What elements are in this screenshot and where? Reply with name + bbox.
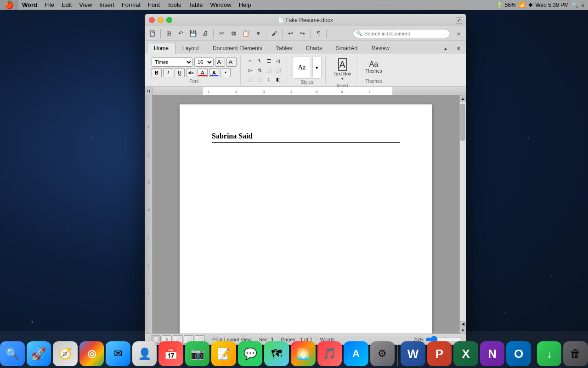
tab-charts[interactable]: Charts (299, 43, 329, 54)
menubar-word[interactable]: Word (18, 0, 41, 10)
format-painter-btn[interactable]: 🖌 (269, 28, 280, 39)
ribbon-collapse-btn[interactable]: ▲ (440, 43, 451, 54)
shading-btn[interactable]: ◧ (274, 75, 282, 83)
scroll-up-btn[interactable]: ▲ (460, 95, 466, 102)
apple-menu[interactable]: 🍎 (0, 0, 18, 10)
tab-layout[interactable]: Layout (175, 43, 206, 54)
text-box-btn[interactable]: A Text Box ▾ (331, 57, 353, 82)
undo-list-btn[interactable]: ↶ (175, 28, 186, 39)
paste-special-btn[interactable]: ▾ (253, 28, 264, 39)
dock-item-facetime[interactable]: 📷 (185, 341, 210, 366)
dock-item-finder[interactable]: 🔍 (0, 341, 25, 366)
scroll-thumb[interactable] (460, 104, 465, 141)
dock-item-appstore[interactable]: A (344, 341, 368, 366)
dock-item-maps[interactable]: 🗺 (264, 341, 289, 366)
menubar-table[interactable]: Table (185, 0, 206, 10)
search-input-wrapper[interactable]: 🔍 (353, 29, 450, 38)
dock-item-trash[interactable]: 🗑 (563, 341, 588, 366)
menubar-bluetooth[interactable]: ✱ (528, 2, 533, 8)
font-size-decrease-btn[interactable]: A− (226, 58, 237, 67)
tab-smartart[interactable]: SmartArt (329, 43, 364, 54)
dock-item-mail[interactable]: ✉ (106, 341, 130, 366)
font-color-btn[interactable]: A (209, 68, 219, 77)
menubar-tools[interactable]: Tools (164, 0, 185, 10)
dock-item-downloads[interactable]: ↓ (537, 341, 562, 366)
multilevel-btn[interactable]: ☰ (265, 57, 273, 65)
document-content-name[interactable]: Sabrina Said (212, 132, 400, 143)
themes-btn[interactable]: Aa Themes (363, 59, 384, 75)
dock-item-outlook[interactable]: O (506, 341, 531, 366)
menubar-notif[interactable]: ≡ (581, 2, 584, 8)
line-spacing-btn[interactable]: ↕ (265, 75, 273, 83)
redo-btn[interactable]: ↪ (297, 28, 308, 39)
tab-review[interactable]: Review (364, 43, 396, 54)
dock-item-contacts[interactable]: 👤 (132, 341, 157, 366)
dock-item-photos[interactable]: 🌅 (291, 341, 316, 366)
pilcrow-btn[interactable]: ¶ (313, 28, 324, 39)
scroll-track[interactable] (460, 102, 466, 321)
grid-btn[interactable]: ⊞ (163, 28, 174, 39)
menubar-format[interactable]: Format (118, 0, 144, 10)
bullets-btn[interactable]: ≡ (246, 57, 254, 65)
italic-btn[interactable]: I (163, 68, 173, 77)
save-btn[interactable]: 💾 (187, 28, 199, 39)
underline-btn[interactable]: U (175, 68, 185, 77)
menubar-window[interactable]: Window (206, 0, 235, 10)
close-button[interactable] (149, 17, 155, 23)
menubar-file[interactable]: File (41, 0, 58, 10)
cut-btn[interactable]: ✂ (216, 28, 227, 39)
dock-item-itunes[interactable]: 🎵 (317, 341, 342, 366)
print-btn[interactable]: 🖨 (200, 28, 211, 39)
dock-item-powerpoint[interactable]: P (427, 341, 452, 366)
dock-item-calendar[interactable]: 📅 (158, 341, 183, 366)
minimize-button[interactable] (158, 17, 164, 23)
font-color-dropdown[interactable]: ▾ (220, 68, 231, 77)
dock-item-chrome[interactable]: ◎ (79, 341, 104, 366)
dock-item-launchpad[interactable]: 🚀 (27, 341, 51, 366)
font-size-increase-btn[interactable]: A+ (215, 58, 225, 67)
new-btn[interactable] (147, 28, 158, 39)
sort-btn[interactable]: ⇅ (255, 66, 264, 74)
indent-increase-btn[interactable]: ▷ (246, 66, 254, 74)
tab-document-elements[interactable]: Document Elements (206, 43, 269, 54)
font-size-select[interactable]: 16 12 14 18 (194, 58, 214, 67)
font-family-select[interactable]: Times Arial Helvetica (152, 58, 193, 67)
dock-item-prefs[interactable]: ⚙ (370, 341, 395, 366)
search-input[interactable] (364, 31, 447, 36)
strikethrough-btn[interactable]: abc (186, 68, 196, 77)
scroll-horizontal-btn[interactable]: ◀ (460, 321, 466, 327)
align-justify-btn[interactable]: ⬜ (255, 75, 264, 83)
maximize-button[interactable] (166, 17, 172, 23)
tab-tables[interactable]: Tables (269, 43, 299, 54)
indent-decrease-btn[interactable]: ◁ (274, 57, 282, 65)
align-center-btn[interactable]: ⬜ (274, 66, 282, 74)
align-left-btn[interactable]: ⬜ (265, 66, 273, 74)
ribbon-options-btn[interactable]: ⚙ (453, 43, 464, 54)
dock-item-notes[interactable]: 📝 (211, 341, 236, 366)
ruler-corner[interactable]: ⊓ (145, 87, 153, 95)
menubar-wifi[interactable]: 📶 (519, 2, 526, 8)
toolbar-overflow-btn[interactable]: » (453, 28, 464, 39)
dock-item-word[interactable]: W (401, 341, 425, 366)
menubar-view[interactable]: View (75, 0, 96, 10)
highlight-btn[interactable]: A (198, 68, 208, 77)
menubar-edit[interactable]: Edit (58, 0, 75, 10)
menubar-insert[interactable]: Insert (96, 0, 118, 10)
style-arrow-btn[interactable]: ▾ (312, 57, 322, 79)
dock-item-excel[interactable]: X (453, 341, 478, 366)
style-normal-btn[interactable]: Aa (293, 57, 311, 79)
page-container[interactable]: Sabrina Said (153, 95, 459, 334)
menubar-help[interactable]: Help (235, 0, 255, 10)
paste-btn[interactable]: 📋 (240, 28, 252, 39)
document-page[interactable]: Sabrina Said (180, 104, 432, 334)
copy-btn[interactable]: ⧉ (228, 28, 239, 39)
tab-home[interactable]: Home (147, 43, 175, 54)
menubar-font[interactable]: Font (144, 0, 164, 10)
dock-item-safari[interactable]: 🧭 (53, 341, 78, 366)
menubar-search[interactable]: 🔍 (571, 2, 578, 8)
align-right-btn[interactable]: ⬜ (246, 75, 254, 83)
numbering-btn[interactable]: ⒈ (255, 57, 264, 65)
dock-item-messages[interactable]: 💬 (238, 341, 263, 366)
fullscreen-button[interactable]: ⤢ (456, 17, 462, 23)
undo-btn[interactable]: ↩ (285, 28, 296, 39)
